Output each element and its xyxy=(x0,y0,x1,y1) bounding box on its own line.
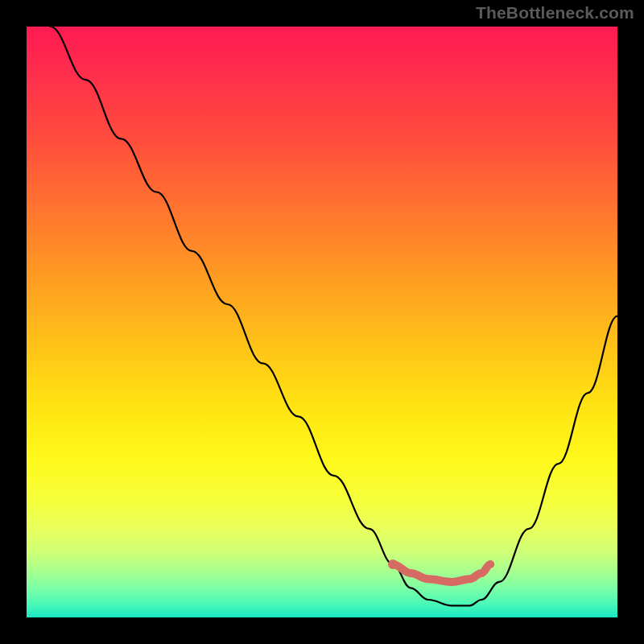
svg-point-0 xyxy=(388,559,398,569)
optimal-point-marker xyxy=(388,559,398,569)
attribution-text: TheBottleneck.com xyxy=(476,3,634,23)
chart-svg xyxy=(27,27,617,617)
plot-area xyxy=(27,27,617,617)
optimal-range-segment xyxy=(393,564,490,582)
chart-container: TheBottleneck.com xyxy=(0,0,644,644)
bottleneck-curve xyxy=(50,27,617,605)
